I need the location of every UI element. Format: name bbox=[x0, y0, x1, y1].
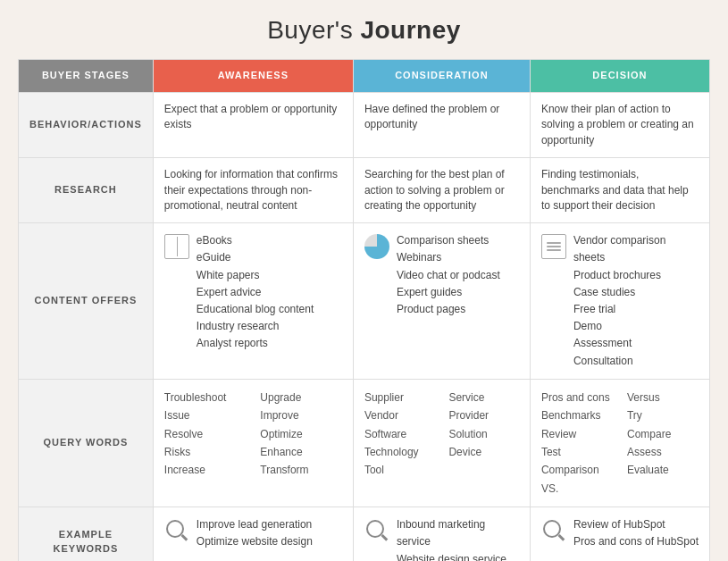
query-decision-cols: Pros and cons Benchmarks Review Test Com… bbox=[541, 389, 699, 498]
example-text-item: Pros and cons of HubSpot bbox=[573, 533, 699, 550]
table-row-content-offers: CONTENT OFFERS eBooks eGuide White paper… bbox=[19, 223, 710, 380]
query-item: Pros and cons bbox=[541, 389, 613, 406]
list-item: eGuide bbox=[197, 249, 314, 266]
list-item: Industry research bbox=[197, 318, 314, 335]
header-consideration: CONSIDERATION bbox=[353, 60, 530, 93]
content-awareness-list: eBooks eGuide White papers Expert advice… bbox=[197, 232, 314, 352]
page-wrapper: Buyer's Journey BUYER STAGES AWARENESS C… bbox=[9, 0, 719, 561]
query-item: VS. bbox=[541, 480, 613, 498]
query-item: Technology bbox=[364, 443, 435, 461]
query-item: Device bbox=[448, 443, 519, 461]
header-buyer-stages: BUYER STAGES bbox=[19, 60, 154, 93]
list-item: Analyst reports bbox=[197, 335, 314, 352]
table-row-behavior: BEHAVIOR/ACTIONS Expect that a problem o… bbox=[19, 92, 710, 157]
cell-example-awareness: Improve lead generation Optimize website… bbox=[153, 507, 353, 561]
cell-behavior-decision: Know their plan of action to solving a p… bbox=[530, 92, 709, 157]
query-item: Compare bbox=[627, 425, 699, 443]
cell-research-consideration: Searching for the best plan of action to… bbox=[353, 158, 530, 223]
content-consideration-icon-row: Comparison sheets Webinars Video chat or… bbox=[364, 232, 519, 318]
cell-research-decision: Finding testimonials, benchmarks and dat… bbox=[530, 158, 709, 223]
query-item: Test bbox=[541, 443, 613, 461]
cell-example-consideration: Inbound marketing service Website design… bbox=[353, 507, 530, 561]
list-item: Free trial bbox=[573, 301, 699, 318]
cell-behavior-consideration: Have defined the problem or opportunity bbox=[353, 92, 530, 157]
query-item: Issue bbox=[164, 406, 247, 424]
doc-line bbox=[547, 246, 561, 247]
table-row-query-words: QUERY WORDS Troubleshoot Issue Resolve R… bbox=[19, 379, 710, 507]
example-text-item: Optimize website design bbox=[197, 533, 313, 550]
query-item: Solution bbox=[448, 425, 519, 443]
cell-query-awareness: Troubleshoot Issue Resolve Risks Increas… bbox=[153, 379, 353, 507]
query-item: Increase bbox=[164, 461, 247, 479]
content-decision-icon-row: Vendor comparison sheets Product brochur… bbox=[541, 232, 699, 370]
label-research: RESEARCH bbox=[19, 158, 154, 223]
cell-query-decision: Pros and cons Benchmarks Review Test Com… bbox=[530, 379, 709, 507]
query-item: Assess bbox=[627, 443, 699, 461]
search-icon bbox=[364, 518, 389, 543]
list-item: Expert advice bbox=[197, 284, 314, 301]
example-consideration-text: Inbound marketing service Website design… bbox=[397, 516, 519, 561]
content-consideration-list: Comparison sheets Webinars Video chat or… bbox=[397, 232, 500, 318]
query-item: Vendor bbox=[364, 406, 435, 424]
search-icon bbox=[541, 518, 566, 543]
list-item: Video chat or podcast bbox=[397, 267, 500, 284]
query-item: Review bbox=[541, 425, 613, 443]
search-icon bbox=[164, 518, 189, 543]
query-item: Software bbox=[364, 425, 435, 443]
label-content-offers: CONTENT OFFERS bbox=[19, 223, 154, 380]
list-item: Vendor comparison sheets bbox=[573, 232, 699, 266]
list-item: eBooks bbox=[197, 232, 314, 249]
query-item: Enhance bbox=[260, 443, 342, 461]
table-row-example-keywords: EXAMPLE KEYWORDS Improve lead generation… bbox=[19, 507, 710, 561]
book-icon bbox=[164, 234, 189, 259]
query-item: Evaluate bbox=[627, 461, 699, 479]
list-item: Consultation bbox=[573, 353, 699, 370]
cell-behavior-awareness: Expect that a problem or opportunity exi… bbox=[153, 92, 353, 157]
cell-content-awareness: eBooks eGuide White papers Expert advice… bbox=[153, 223, 353, 380]
label-behavior: BEHAVIOR/ACTIONS bbox=[19, 92, 154, 157]
example-text-item: Inbound marketing service bbox=[397, 516, 519, 550]
doc-line bbox=[547, 249, 561, 251]
query-decision-col1: Pros and cons Benchmarks Review Test Com… bbox=[541, 389, 613, 498]
buyers-journey-table: BUYER STAGES AWARENESS CONSIDERATION DEC… bbox=[18, 59, 710, 561]
list-item: Educational blog content bbox=[197, 301, 314, 318]
cell-query-consideration: Supplier Vendor Software Technology Tool… bbox=[353, 379, 530, 507]
query-item: Resolve bbox=[164, 425, 247, 443]
query-decision-col2: Versus Try Compare Assess Evaluate bbox=[627, 389, 699, 498]
example-text-item: Improve lead generation bbox=[197, 516, 313, 533]
query-item: Upgrade bbox=[260, 389, 342, 406]
query-item: Supplier bbox=[364, 389, 435, 406]
example-decision-text: Review of HubSpot Pros and cons of HubSp… bbox=[573, 516, 699, 550]
example-consideration-icon-row: Inbound marketing service Website design… bbox=[364, 516, 519, 561]
list-item: Comparison sheets bbox=[397, 232, 500, 249]
cell-content-decision: Vendor comparison sheets Product brochur… bbox=[530, 223, 709, 380]
label-query-words: QUERY WORDS bbox=[19, 379, 154, 507]
query-consideration-col2: Service Provider Solution Device bbox=[448, 389, 519, 480]
cell-research-awareness: Looking for information that confirms th… bbox=[153, 158, 353, 223]
example-text-item: Review of HubSpot bbox=[573, 516, 699, 533]
doc-icon bbox=[541, 234, 566, 259]
query-item: Risks bbox=[164, 443, 247, 461]
list-item: Assessment bbox=[573, 335, 699, 352]
query-item: Service bbox=[448, 389, 519, 406]
query-item: Transform bbox=[260, 461, 342, 479]
query-consideration-col1: Supplier Vendor Software Technology Tool bbox=[364, 389, 435, 480]
query-item: Comparison bbox=[541, 461, 613, 479]
content-awareness-icon-row: eBooks eGuide White papers Expert advice… bbox=[164, 232, 342, 352]
example-text-item: Website design service bbox=[397, 551, 519, 562]
query-awareness-cols: Troubleshoot Issue Resolve Risks Increas… bbox=[164, 389, 342, 480]
query-item: Tool bbox=[364, 461, 435, 479]
query-item: Provider bbox=[448, 406, 519, 424]
header-decision: DECISION bbox=[530, 60, 709, 93]
page-title: Buyer's Journey bbox=[18, 16, 710, 45]
query-item: Troubleshoot bbox=[164, 389, 247, 406]
query-item: Optimize bbox=[260, 425, 342, 443]
pie-icon bbox=[364, 234, 389, 259]
list-item: Product brochures bbox=[573, 267, 699, 284]
list-item: Case studies bbox=[573, 284, 699, 301]
cell-example-decision: Review of HubSpot Pros and cons of HubSp… bbox=[530, 507, 709, 561]
query-awareness-col1: Troubleshoot Issue Resolve Risks Increas… bbox=[164, 389, 247, 480]
example-awareness-icon-row: Improve lead generation Optimize website… bbox=[164, 516, 342, 550]
cell-content-consideration: Comparison sheets Webinars Video chat or… bbox=[353, 223, 530, 380]
query-item: Improve bbox=[260, 406, 342, 424]
